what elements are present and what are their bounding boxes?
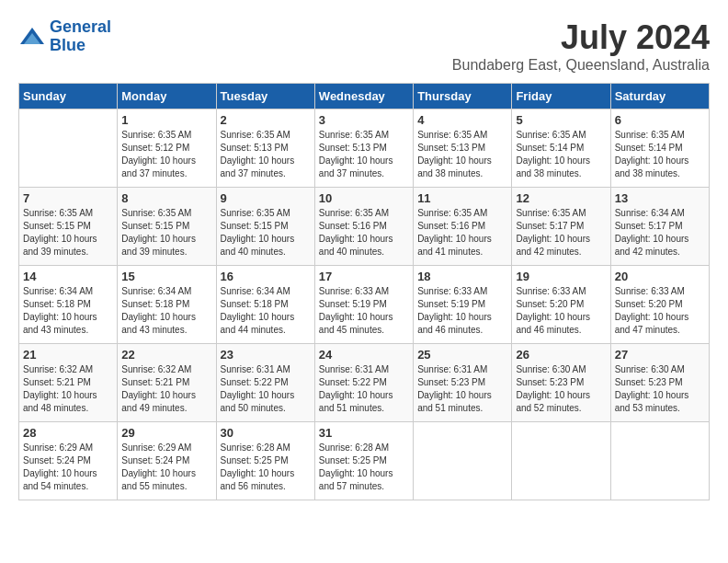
cell-content: Sunrise: 6:30 AMSunset: 5:23 PMDaylight:… (516, 363, 606, 415)
calendar-cell: 11 Sunrise: 6:35 AMSunset: 5:16 PMDaylig… (414, 188, 512, 266)
calendar-cell: 5 Sunrise: 6:35 AMSunset: 5:14 PMDayligh… (512, 109, 610, 188)
cell-content: Sunrise: 6:34 AMSunset: 5:18 PMDaylight:… (121, 285, 211, 337)
calendar-cell: 31 Sunrise: 6:28 AMSunset: 5:25 PMDaylig… (314, 422, 413, 500)
calendar-cell: 23 Sunrise: 6:31 AMSunset: 5:22 PMDaylig… (216, 344, 314, 422)
day-number: 1 (121, 113, 211, 127)
calendar-cell: 6 Sunrise: 6:35 AMSunset: 5:14 PMDayligh… (610, 109, 709, 188)
header-cell-saturday: Saturday (610, 84, 709, 109)
calendar-cell: 12 Sunrise: 6:35 AMSunset: 5:17 PMDaylig… (512, 188, 610, 266)
calendar-cell (512, 422, 610, 500)
month-title: July 2024 (452, 18, 710, 57)
cell-content: Sunrise: 6:31 AMSunset: 5:22 PMDaylight:… (319, 363, 409, 415)
cell-content: Sunrise: 6:33 AMSunset: 5:19 PMDaylight:… (417, 285, 507, 337)
calendar-cell: 17 Sunrise: 6:33 AMSunset: 5:19 PMDaylig… (314, 266, 413, 344)
day-number: 10 (319, 191, 409, 205)
cell-content: Sunrise: 6:33 AMSunset: 5:20 PMDaylight:… (615, 285, 705, 337)
calendar-cell: 7 Sunrise: 6:35 AMSunset: 5:15 PMDayligh… (19, 188, 118, 266)
day-number: 2 (221, 113, 311, 127)
calendar-cell (19, 109, 118, 188)
day-number: 11 (417, 191, 507, 205)
day-number: 15 (121, 270, 211, 283)
day-number: 29 (121, 426, 211, 440)
calendar-week-4: 21 Sunrise: 6:32 AMSunset: 5:21 PMDaylig… (19, 344, 710, 422)
calendar-cell: 13 Sunrise: 6:34 AMSunset: 5:17 PMDaylig… (610, 188, 709, 266)
cell-content: Sunrise: 6:28 AMSunset: 5:25 PMDaylight:… (221, 442, 311, 493)
calendar-cell: 24 Sunrise: 6:31 AMSunset: 5:22 PMDaylig… (314, 344, 413, 422)
calendar-cell: 19 Sunrise: 6:33 AMSunset: 5:20 PMDaylig… (512, 266, 610, 344)
cell-content: Sunrise: 6:35 AMSunset: 5:15 PMDaylight:… (221, 207, 311, 259)
day-number: 5 (516, 113, 606, 127)
cell-content: Sunrise: 6:31 AMSunset: 5:22 PMDaylight:… (221, 363, 311, 415)
header-cell-friday: Friday (512, 84, 610, 109)
day-number: 21 (23, 348, 113, 362)
calendar-cell (610, 422, 709, 500)
calendar-cell: 4 Sunrise: 6:35 AMSunset: 5:13 PMDayligh… (414, 109, 512, 188)
calendar-cell: 9 Sunrise: 6:35 AMSunset: 5:15 PMDayligh… (216, 188, 314, 266)
calendar-cell: 30 Sunrise: 6:28 AMSunset: 5:25 PMDaylig… (216, 422, 314, 500)
logo-text: General Blue (50, 18, 111, 55)
calendar-cell: 22 Sunrise: 6:32 AMSunset: 5:21 PMDaylig… (118, 344, 216, 422)
day-number: 14 (23, 270, 113, 283)
day-number: 19 (516, 270, 606, 283)
calendar-cell: 21 Sunrise: 6:32 AMSunset: 5:21 PMDaylig… (19, 344, 118, 422)
cell-content: Sunrise: 6:33 AMSunset: 5:20 PMDaylight:… (516, 285, 606, 337)
calendar-cell: 3 Sunrise: 6:35 AMSunset: 5:13 PMDayligh… (314, 109, 413, 188)
calendar-cell: 25 Sunrise: 6:31 AMSunset: 5:23 PMDaylig… (414, 344, 512, 422)
day-number: 23 (221, 348, 311, 362)
calendar-table: SundayMondayTuesdayWednesdayThursdayFrid… (18, 83, 710, 500)
day-number: 12 (516, 191, 606, 205)
cell-content: Sunrise: 6:34 AMSunset: 5:17 PMDaylight:… (615, 207, 705, 259)
header-cell-wednesday: Wednesday (314, 84, 413, 109)
calendar-cell: 16 Sunrise: 6:34 AMSunset: 5:18 PMDaylig… (216, 266, 314, 344)
cell-content: Sunrise: 6:34 AMSunset: 5:18 PMDaylight:… (23, 285, 113, 337)
cell-content: Sunrise: 6:35 AMSunset: 5:12 PMDaylight:… (121, 129, 211, 180)
calendar-cell: 27 Sunrise: 6:30 AMSunset: 5:23 PMDaylig… (610, 344, 709, 422)
cell-content: Sunrise: 6:32 AMSunset: 5:21 PMDaylight:… (121, 363, 211, 415)
day-number: 8 (121, 191, 211, 205)
day-number: 7 (23, 191, 113, 205)
day-number: 26 (516, 348, 606, 362)
cell-content: Sunrise: 6:35 AMSunset: 5:13 PMDaylight:… (417, 129, 507, 180)
calendar-cell: 14 Sunrise: 6:34 AMSunset: 5:18 PMDaylig… (19, 266, 118, 344)
calendar-week-3: 14 Sunrise: 6:34 AMSunset: 5:18 PMDaylig… (19, 266, 710, 344)
calendar-body: 1 Sunrise: 6:35 AMSunset: 5:12 PMDayligh… (19, 109, 710, 500)
calendar-cell: 18 Sunrise: 6:33 AMSunset: 5:19 PMDaylig… (414, 266, 512, 344)
header: General Blue July 2024 Bundaberg East, Q… (18, 18, 710, 74)
calendar-week-5: 28 Sunrise: 6:29 AMSunset: 5:24 PMDaylig… (19, 422, 710, 500)
cell-content: Sunrise: 6:34 AMSunset: 5:18 PMDaylight:… (221, 285, 311, 337)
day-number: 30 (221, 426, 311, 440)
calendar-cell: 29 Sunrise: 6:29 AMSunset: 5:24 PMDaylig… (118, 422, 216, 500)
calendar-week-1: 1 Sunrise: 6:35 AMSunset: 5:12 PMDayligh… (19, 109, 710, 188)
day-number: 3 (319, 113, 409, 127)
cell-content: Sunrise: 6:35 AMSunset: 5:14 PMDaylight:… (615, 129, 705, 180)
cell-content: Sunrise: 6:32 AMSunset: 5:21 PMDaylight:… (23, 363, 113, 415)
calendar-cell: 28 Sunrise: 6:29 AMSunset: 5:24 PMDaylig… (19, 422, 118, 500)
cell-content: Sunrise: 6:30 AMSunset: 5:23 PMDaylight:… (615, 363, 705, 415)
cell-content: Sunrise: 6:35 AMSunset: 5:17 PMDaylight:… (516, 207, 606, 259)
cell-content: Sunrise: 6:35 AMSunset: 5:15 PMDaylight:… (23, 207, 113, 259)
header-cell-tuesday: Tuesday (216, 84, 314, 109)
calendar-header-row: SundayMondayTuesdayWednesdayThursdayFrid… (19, 84, 710, 109)
location-title: Bundaberg East, Queensland, Australia (452, 57, 710, 74)
calendar-cell: 26 Sunrise: 6:30 AMSunset: 5:23 PMDaylig… (512, 344, 610, 422)
calendar-cell (414, 422, 512, 500)
cell-content: Sunrise: 6:35 AMSunset: 5:14 PMDaylight:… (516, 129, 606, 180)
day-number: 22 (121, 348, 211, 362)
logo-line1: General (50, 17, 111, 36)
cell-content: Sunrise: 6:35 AMSunset: 5:16 PMDaylight:… (417, 207, 507, 259)
logo-line2: Blue (50, 36, 85, 54)
day-number: 20 (615, 270, 705, 283)
calendar-week-2: 7 Sunrise: 6:35 AMSunset: 5:15 PMDayligh… (19, 188, 710, 266)
cell-content: Sunrise: 6:28 AMSunset: 5:25 PMDaylight:… (319, 442, 409, 493)
cell-content: Sunrise: 6:29 AMSunset: 5:24 PMDaylight:… (121, 442, 211, 493)
cell-content: Sunrise: 6:31 AMSunset: 5:23 PMDaylight:… (417, 363, 507, 415)
day-number: 17 (319, 270, 409, 283)
day-number: 16 (221, 270, 311, 283)
day-number: 25 (417, 348, 507, 362)
day-number: 6 (615, 113, 705, 127)
cell-content: Sunrise: 6:33 AMSunset: 5:19 PMDaylight:… (319, 285, 409, 337)
calendar-cell: 10 Sunrise: 6:35 AMSunset: 5:16 PMDaylig… (314, 188, 413, 266)
cell-content: Sunrise: 6:35 AMSunset: 5:13 PMDaylight:… (319, 129, 409, 180)
day-number: 28 (23, 426, 113, 440)
calendar-cell: 15 Sunrise: 6:34 AMSunset: 5:18 PMDaylig… (118, 266, 216, 344)
